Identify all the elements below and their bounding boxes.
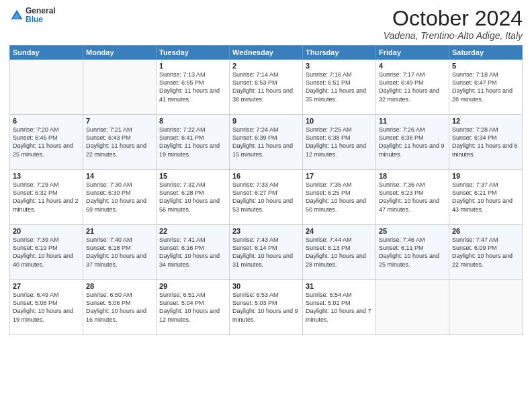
logo: General Blue <box>9 7 56 24</box>
title-block: October 2024 Vadena, Trentino-Alto Adige… <box>384 7 523 41</box>
calendar-cell: 3 Sunrise: 7:16 AMSunset: 6:51 PMDayligh… <box>303 60 376 115</box>
day-number: 2 <box>232 62 300 70</box>
day-info: Sunrise: 7:43 AMSunset: 6:14 PMDaylight:… <box>232 236 300 269</box>
day-info: Sunrise: 7:30 AMSunset: 6:30 PMDaylight:… <box>86 181 153 214</box>
col-saturday: Saturday <box>449 46 523 60</box>
day-info: Sunrise: 7:36 AMSunset: 6:23 PMDaylight:… <box>379 181 446 214</box>
page: General Blue October 2024 Vadena, Trenti… <box>0 0 532 411</box>
calendar-cell: 6 Sunrise: 7:20 AMSunset: 6:45 PMDayligh… <box>10 115 83 170</box>
calendar-cell: 13 Sunrise: 7:29 AMSunset: 6:32 PMDaylig… <box>10 170 83 225</box>
day-number: 12 <box>452 117 519 125</box>
day-number: 1 <box>159 62 226 70</box>
day-number: 5 <box>452 62 519 70</box>
header: General Blue October 2024 Vadena, Trenti… <box>9 7 523 41</box>
col-sunday: Sunday <box>10 46 83 60</box>
day-info: Sunrise: 7:25 AMSunset: 6:38 PMDaylight:… <box>306 126 373 158</box>
week-row-4: 20 Sunrise: 7:39 AMSunset: 6:19 PMDaylig… <box>10 225 523 280</box>
calendar-cell: 21 Sunrise: 7:40 AMSunset: 6:18 PMDaylig… <box>83 225 157 280</box>
day-number: 11 <box>379 117 446 125</box>
calendar-cell <box>376 280 449 335</box>
day-info: Sunrise: 7:26 AMSunset: 6:36 PMDaylight:… <box>379 126 446 158</box>
day-number: 18 <box>379 172 446 180</box>
day-number: 30 <box>232 282 300 290</box>
day-number: 25 <box>379 227 446 235</box>
day-info: Sunrise: 6:49 AMSunset: 5:08 PMDaylight:… <box>13 291 80 324</box>
calendar-cell: 10 Sunrise: 7:25 AMSunset: 6:38 PMDaylig… <box>303 115 376 170</box>
calendar-cell: 1 Sunrise: 7:13 AMSunset: 6:55 PMDayligh… <box>157 60 230 115</box>
calendar-cell <box>10 60 83 115</box>
calendar-cell: 18 Sunrise: 7:36 AMSunset: 6:23 PMDaylig… <box>376 170 449 225</box>
calendar-cell: 19 Sunrise: 7:37 AMSunset: 6:21 PMDaylig… <box>449 170 523 225</box>
day-info: Sunrise: 7:35 AMSunset: 6:25 PMDaylight:… <box>306 181 373 214</box>
calendar-cell: 25 Sunrise: 7:46 AMSunset: 6:11 PMDaylig… <box>376 225 449 280</box>
day-number: 23 <box>232 227 300 235</box>
logo-icon <box>9 8 24 23</box>
day-number: 15 <box>159 172 226 180</box>
calendar-cell: 5 Sunrise: 7:18 AMSunset: 6:47 PMDayligh… <box>449 60 523 115</box>
day-number: 31 <box>306 282 373 290</box>
day-info: Sunrise: 7:13 AMSunset: 6:55 PMDaylight:… <box>159 71 226 103</box>
day-info: Sunrise: 7:21 AMSunset: 6:43 PMDaylight:… <box>86 126 153 158</box>
calendar-cell: 31 Sunrise: 6:54 AMSunset: 5:01 PMDaylig… <box>303 280 376 335</box>
calendar-cell: 16 Sunrise: 7:33 AMSunset: 6:27 PMDaylig… <box>230 170 303 225</box>
day-number: 17 <box>306 172 373 180</box>
calendar-cell: 11 Sunrise: 7:26 AMSunset: 6:36 PMDaylig… <box>376 115 449 170</box>
day-number: 22 <box>159 227 226 235</box>
calendar-cell: 17 Sunrise: 7:35 AMSunset: 6:25 PMDaylig… <box>303 170 376 225</box>
week-row-1: 1 Sunrise: 7:13 AMSunset: 6:55 PMDayligh… <box>10 60 523 115</box>
day-number: 6 <box>13 117 80 125</box>
header-row: Sunday Monday Tuesday Wednesday Thursday… <box>10 46 523 60</box>
calendar-cell: 24 Sunrise: 7:44 AMSunset: 6:13 PMDaylig… <box>303 225 376 280</box>
day-info: Sunrise: 7:18 AMSunset: 6:47 PMDaylight:… <box>452 71 519 103</box>
month-title: October 2024 <box>384 7 523 30</box>
col-monday: Monday <box>83 46 157 60</box>
calendar-cell: 29 Sunrise: 6:51 AMSunset: 5:04 PMDaylig… <box>157 280 230 335</box>
day-info: Sunrise: 6:54 AMSunset: 5:01 PMDaylight:… <box>306 291 373 324</box>
day-number: 20 <box>13 227 80 235</box>
calendar-cell: 20 Sunrise: 7:39 AMSunset: 6:19 PMDaylig… <box>10 225 83 280</box>
calendar-cell: 14 Sunrise: 7:30 AMSunset: 6:30 PMDaylig… <box>83 170 157 225</box>
calendar-cell: 26 Sunrise: 7:47 AMSunset: 6:09 PMDaylig… <box>449 225 523 280</box>
calendar-cell: 27 Sunrise: 6:49 AMSunset: 5:08 PMDaylig… <box>10 280 83 335</box>
day-number: 3 <box>306 62 373 70</box>
day-info: Sunrise: 7:24 AMSunset: 6:39 PMDaylight:… <box>232 126 300 158</box>
day-info: Sunrise: 7:47 AMSunset: 6:09 PMDaylight:… <box>452 236 519 269</box>
calendar-cell: 30 Sunrise: 6:53 AMSunset: 5:03 PMDaylig… <box>230 280 303 335</box>
calendar-cell: 4 Sunrise: 7:17 AMSunset: 6:49 PMDayligh… <box>376 60 449 115</box>
day-number: 9 <box>232 117 300 125</box>
day-info: Sunrise: 7:40 AMSunset: 6:18 PMDaylight:… <box>86 236 153 269</box>
day-number: 26 <box>452 227 519 235</box>
day-info: Sunrise: 7:39 AMSunset: 6:19 PMDaylight:… <box>13 236 80 269</box>
day-info: Sunrise: 6:51 AMSunset: 5:04 PMDaylight:… <box>159 291 226 324</box>
calendar-cell: 9 Sunrise: 7:24 AMSunset: 6:39 PMDayligh… <box>230 115 303 170</box>
week-row-3: 13 Sunrise: 7:29 AMSunset: 6:32 PMDaylig… <box>10 170 523 225</box>
week-row-5: 27 Sunrise: 6:49 AMSunset: 5:08 PMDaylig… <box>10 280 523 335</box>
day-info: Sunrise: 6:53 AMSunset: 5:03 PMDaylight:… <box>232 291 300 324</box>
day-number: 19 <box>452 172 519 180</box>
day-number: 24 <box>306 227 373 235</box>
calendar-cell: 8 Sunrise: 7:22 AMSunset: 6:41 PMDayligh… <box>157 115 230 170</box>
col-tuesday: Tuesday <box>157 46 230 60</box>
day-number: 27 <box>13 282 80 290</box>
day-info: Sunrise: 6:50 AMSunset: 5:06 PMDaylight:… <box>86 291 153 324</box>
location-title: Vadena, Trentino-Alto Adige, Italy <box>384 30 523 41</box>
day-number: 4 <box>379 62 446 70</box>
day-info: Sunrise: 7:28 AMSunset: 6:34 PMDaylight:… <box>452 126 519 158</box>
day-info: Sunrise: 7:32 AMSunset: 6:28 PMDaylight:… <box>159 181 226 214</box>
calendar-cell: 12 Sunrise: 7:28 AMSunset: 6:34 PMDaylig… <box>449 115 523 170</box>
day-number: 10 <box>306 117 373 125</box>
day-number: 8 <box>159 117 226 125</box>
day-number: 14 <box>86 172 153 180</box>
day-info: Sunrise: 7:46 AMSunset: 6:11 PMDaylight:… <box>379 236 446 269</box>
calendar-table: Sunday Monday Tuesday Wednesday Thursday… <box>9 45 523 335</box>
logo-blue: Blue <box>26 15 56 24</box>
week-row-2: 6 Sunrise: 7:20 AMSunset: 6:45 PMDayligh… <box>10 115 523 170</box>
day-number: 16 <box>232 172 300 180</box>
day-info: Sunrise: 7:22 AMSunset: 6:41 PMDaylight:… <box>159 126 226 158</box>
calendar-cell: 7 Sunrise: 7:21 AMSunset: 6:43 PMDayligh… <box>83 115 157 170</box>
day-number: 7 <box>86 117 153 125</box>
day-number: 13 <box>13 172 80 180</box>
col-friday: Friday <box>376 46 449 60</box>
day-info: Sunrise: 7:17 AMSunset: 6:49 PMDaylight:… <box>379 71 446 103</box>
calendar-cell: 22 Sunrise: 7:41 AMSunset: 6:16 PMDaylig… <box>157 225 230 280</box>
